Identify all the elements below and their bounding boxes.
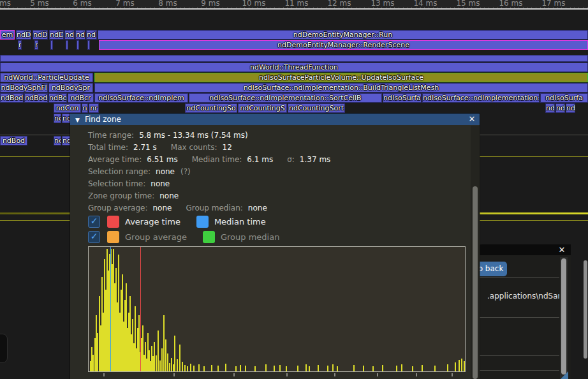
legend-swatch[interactable] xyxy=(203,231,215,243)
scrollbar-thumb[interactable] xyxy=(473,186,478,379)
close-icon[interactable]: ✕ xyxy=(466,114,478,125)
histogram-bar xyxy=(464,361,465,371)
zone-bar[interactable]: ndIsoSurface::ndImplementation::BuildTri… xyxy=(94,83,588,93)
checkbox-checked[interactable]: ✓ xyxy=(88,231,100,243)
histogram-bar xyxy=(179,345,180,371)
find-zone-titlebar[interactable]: ▼Find zone ✕ xyxy=(70,114,480,125)
stat-value: 1.37 ms xyxy=(300,155,330,164)
zone-bar[interactable]: ndIsoSurface::ndImplementation::Ge xyxy=(422,93,540,103)
histogram-bar xyxy=(372,366,374,371)
ruler-time-label: 5 ms xyxy=(30,0,48,8)
zone-bar[interactable]: ndBod xyxy=(0,136,27,145)
legend-swatch[interactable] xyxy=(107,231,119,243)
stat-label: Average time: xyxy=(88,155,142,164)
stat-label: Max counts: xyxy=(171,143,217,152)
zone-bar[interactable]: nr xyxy=(89,103,99,113)
separator xyxy=(479,355,559,356)
zone-bar[interactable] xyxy=(0,55,588,62)
hint-icon[interactable]: (?) xyxy=(180,167,191,176)
checkbox-checked[interactable]: ✓ xyxy=(88,216,100,228)
stat-value: none xyxy=(248,204,267,212)
histogram-bar xyxy=(163,315,165,371)
histogram-bar xyxy=(154,342,155,371)
histogram-bar xyxy=(286,366,287,371)
ruler-time-label: 8 ms xyxy=(158,0,177,8)
zone-bar[interactable]: ndWorld::ThreadFunction xyxy=(0,63,588,72)
histogram-axis xyxy=(88,373,466,378)
zone-bar[interactable]: ndl xyxy=(64,30,75,40)
zone-bar[interactable] xyxy=(77,40,79,50)
zone-bar[interactable]: ndCon xyxy=(54,103,81,113)
legend-swatch[interactable] xyxy=(196,216,209,228)
zone-bar[interactable]: ndCountingSort xyxy=(288,103,345,113)
zone-bar[interactable] xyxy=(87,40,90,50)
stat-label: Median time: xyxy=(192,155,242,164)
zone-bar[interactable]: ndWorld::ParticleUpdate xyxy=(0,73,93,82)
zone-bar[interactable]: ndIsoSurfaceParticleVolume::UpdateIsoSur… xyxy=(94,73,588,82)
ruler-time-label: 14 ms xyxy=(413,0,437,8)
histogram-bar xyxy=(337,366,338,371)
stat-row: Total time:2.71 sMax counts:12 xyxy=(88,142,330,154)
zone-bar[interactable] xyxy=(66,40,68,50)
ruler-time-label: 9 ms xyxy=(201,0,219,8)
timeline-ruler[interactable]: ms5 ms6 ms7 ms8 ms9 ms10 ms11 ms12 ms13 … xyxy=(0,0,588,9)
stat-label: Zone group time: xyxy=(88,191,154,200)
zone-bar[interactable]: nd xyxy=(62,136,70,145)
zone-bar[interactable]: r xyxy=(18,40,22,50)
ruler-time-label: ms xyxy=(0,0,11,8)
zone-bar[interactable]: nd xyxy=(555,103,565,113)
histogram-average-line xyxy=(140,247,141,371)
legend-swatch[interactable] xyxy=(107,216,119,228)
zone-bar[interactable]: ndIsoSurface::ndImplem xyxy=(94,93,188,103)
zone-bar[interactable]: r xyxy=(34,40,38,50)
zone-bar[interactable]: ndCountingS xyxy=(238,103,287,113)
zone-bar[interactable]: ndBodySphFl xyxy=(0,83,48,93)
main-scrollbar-thumb[interactable] xyxy=(584,260,587,359)
close-icon[interactable]: ✕ xyxy=(557,245,567,255)
zone-bar[interactable]: ndDemoEntityManager::RenderScene xyxy=(99,40,588,50)
histogram-bar xyxy=(297,366,298,371)
zone-bar[interactable]: ndD xyxy=(49,30,64,40)
axis-tick xyxy=(286,373,288,376)
zone-bar[interactable]: ndIsoSurface::ndImplementation::SortCell… xyxy=(189,93,382,103)
zone-bar[interactable]: ndIsoSurfa xyxy=(540,93,588,103)
axis-tick xyxy=(173,373,175,376)
collapse-icon[interactable]: ▼ xyxy=(75,114,80,126)
zone-bar[interactable]: nd xyxy=(545,103,555,113)
stat-row: Time range:5.8 ms - 13.34 ms (7.54 ms) xyxy=(88,130,330,142)
zone-bar[interactable]: ndCountingSo xyxy=(185,103,237,113)
zone-bar[interactable]: ndl xyxy=(75,30,85,40)
zone-bar[interactable]: ndBcr xyxy=(68,93,94,103)
histogram[interactable] xyxy=(88,246,466,372)
zone-bar[interactable]: ndIsoSurface::nd xyxy=(383,93,422,103)
zone-bar[interactable]: nd xyxy=(566,103,575,113)
histogram-bar xyxy=(274,366,275,371)
profiler-screen: emndDndDndDndlndlndlndDemoEntityManager:… xyxy=(0,0,588,379)
zone-bar[interactable] xyxy=(50,40,53,50)
zone-bar[interactable]: nc xyxy=(54,136,61,145)
zone-bar[interactable]: ndBody xyxy=(0,93,24,103)
zone-bar[interactable]: ndD xyxy=(16,30,31,40)
file-path: .applications\ndSandb xyxy=(487,292,559,301)
zone-bar[interactable]: ndBod xyxy=(24,93,48,103)
zone-bar[interactable]: ndBoi xyxy=(48,93,67,103)
histogram-bar xyxy=(190,364,191,371)
histogram-bar xyxy=(434,366,436,371)
zone-bar[interactable]: n xyxy=(82,103,88,113)
zone-bar[interactable]: nd xyxy=(62,114,70,123)
stat-value: none xyxy=(159,191,179,200)
stat-row: Selection range:none(?) xyxy=(88,166,330,178)
scrollbar-thumb[interactable] xyxy=(561,258,566,375)
resize-grip[interactable] xyxy=(561,371,568,379)
zone-bar[interactable]: ndDemoEntityManager::Run xyxy=(98,30,588,40)
legend-row: ✓Average timeMedian time xyxy=(88,214,295,229)
zone-bar[interactable]: ndl xyxy=(86,30,97,40)
zone-bar[interactable]: ndD xyxy=(33,30,48,40)
ruler-time-label: 16 ms xyxy=(499,0,522,8)
histogram-bar xyxy=(332,364,334,371)
zone-bar[interactable]: ndBodySpr xyxy=(48,83,93,93)
info-window-titlebar[interactable]: ✕ xyxy=(477,244,571,255)
zone-bar[interactable]: nc xyxy=(54,114,61,123)
ruler-time-label: 13 ms xyxy=(371,0,394,8)
zone-bar[interactable]: em xyxy=(0,30,15,40)
